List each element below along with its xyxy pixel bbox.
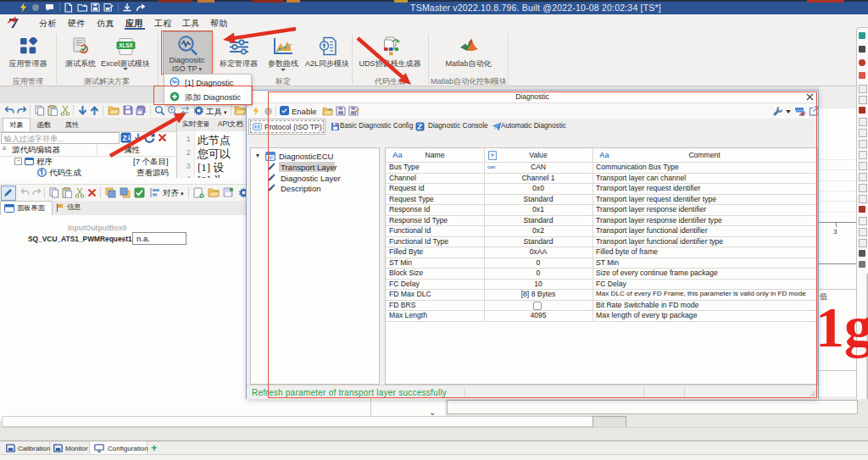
dock-icon[interactable] [859,46,865,53]
save-all-icon[interactable] [136,105,147,116]
save-panel-icon[interactable] [223,187,233,197]
save-icon[interactable] [91,3,100,12]
filter-input[interactable]: 输入过滤字符串... [1,132,120,144]
edit-mode-button[interactable] [1,186,16,201]
column-divider[interactable] [97,144,97,156]
chevron-expanded-icon[interactable]: ▾ [256,152,259,159]
move-down-icon[interactable] [78,105,87,116]
delete-icon[interactable] [87,188,97,197]
search-icon[interactable] [154,105,165,116]
open-project-icon[interactable] [108,106,120,115]
tab-objects[interactable]: 对象 [3,118,31,131]
message-icon[interactable] [45,3,54,12]
tab-realtime-vars[interactable]: 实时变量 [182,119,210,129]
bottom-tab-calibration[interactable]: Calibration [2,441,50,455]
ribbon-button-uds-gen[interactable]: UDS协议栈生成器 [356,32,424,73]
dock-icon[interactable] [859,250,865,257]
ribbon-button-matlab[interactable]: Matlab自动化 [437,32,500,73]
arrow-down-small-icon[interactable] [134,133,142,142]
dock-icon[interactable] [859,85,867,93]
dock-icon[interactable] [859,140,867,148]
tab-panel-ui[interactable]: 面板界面 [0,201,53,215]
align-label[interactable]: 对齐 ▾ [163,188,183,199]
dock-icon[interactable] [859,32,865,39]
bottom-tab-configuration[interactable]: Configuration [90,441,147,455]
dock-icon[interactable] [859,59,865,66]
ribbon-button-calib-manager[interactable]: 标定管理器 [216,32,261,73]
signal-value-input[interactable]: n.a. [132,232,186,245]
export-icon[interactable] [136,3,147,13]
tree-row-program[interactable]: − 程序 [7 个条目] [0,156,176,167]
dock-icon[interactable] [859,118,867,126]
connect-lightning-icon[interactable] [19,3,28,13]
dock-icon[interactable] [859,184,867,192]
undo-icon[interactable] [20,188,30,197]
save-project-icon[interactable] [123,105,133,115]
dock-icon[interactable] [859,107,865,114]
open-folder-icon[interactable] [234,106,246,115]
save-as-icon[interactable] [103,3,114,13]
checkbox-widget-icon[interactable] [134,187,145,198]
cut-icon[interactable] [60,105,70,116]
search-next-icon[interactable] [167,105,178,116]
tools-label[interactable]: 工具 ▾ [206,107,226,118]
tree-row-codegen[interactable]: 代码生成 查看源码 [0,167,176,178]
dock-icon[interactable] [859,72,865,79]
paste-icon[interactable] [47,105,58,116]
copy-icon[interactable] [49,187,59,198]
menu-tab-project[interactable]: 工程 [154,18,172,30]
move-up-icon[interactable] [90,105,99,116]
dock-icon[interactable] [859,151,867,159]
cut-icon[interactable] [75,187,85,198]
gear-icon[interactable] [193,105,204,116]
align-icon[interactable] [149,187,160,198]
tab-info[interactable]: 信息 [53,201,83,214]
copy-icon[interactable] [35,105,45,116]
redo-icon[interactable] [17,106,27,115]
menu-tab-hardware[interactable]: 硬件 [68,18,86,30]
new-panel-icon[interactable] [193,187,204,198]
dock-icon[interactable] [859,195,867,203]
tab-properties[interactable]: 属性 [59,119,85,131]
dock-icon[interactable] [859,173,867,181]
add-tab-button[interactable]: + [149,442,161,454]
import-icon[interactable] [122,3,132,13]
ribbon-button-param-curve[interactable]: 参数曲线 [263,32,303,73]
menu-tab-analysis[interactable]: 分析 [39,18,57,30]
dock-icon[interactable] [859,162,867,170]
send-back-icon[interactable] [120,187,131,198]
clear-filter-icon[interactable] [158,133,167,142]
new-file-icon[interactable] [64,3,73,13]
dock-icon[interactable] [859,96,867,104]
apply-lightning-icon[interactable] [252,106,260,116]
menu-tab-help[interactable]: 帮助 [210,18,228,30]
ribbon-button-test-system[interactable]: 测试系统 [58,32,103,73]
menu-tab-tools[interactable]: 工具 [182,18,200,30]
dock-icon[interactable] [859,239,867,247]
paste-icon[interactable] [62,187,72,198]
tab-functions[interactable]: 函数 [31,119,57,131]
record-icon[interactable] [32,4,39,11]
open-panel-icon[interactable] [208,188,220,197]
ribbon-button-excel-module[interactable]: XLSX Excel测试模块 [100,32,151,73]
bring-front-icon[interactable] [105,187,116,198]
ribbon-button-a2l-sync[interactable]: A2L同步模块 [303,32,351,73]
ribbon-button-app-manager[interactable]: 应用管理器 [2,32,54,73]
bottom-tab-monitor[interactable]: Monitor [50,441,90,455]
menu-tab-simulation[interactable]: 仿真 [97,18,114,30]
redo-icon[interactable] [32,188,42,197]
tab-api-docs[interactable]: API文档 [218,119,243,129]
undo-icon[interactable] [4,106,14,115]
dock-icon[interactable] [859,129,867,137]
dock-icon[interactable] [859,217,867,225]
dock-icon[interactable] [859,261,865,268]
tree-menu-icon[interactable]: ≡ [3,145,7,152]
refresh-icon[interactable] [144,132,155,143]
tsmaster-logo-icon[interactable] [7,16,21,29]
dock-icon[interactable] [859,228,867,236]
swap-icon[interactable] [180,106,191,115]
open-file-icon[interactable] [77,3,88,12]
sort-icon[interactable]: Z [120,132,131,143]
collapse-icon[interactable]: − [14,158,22,165]
scrollbar-thumb[interactable] [593,416,626,428]
